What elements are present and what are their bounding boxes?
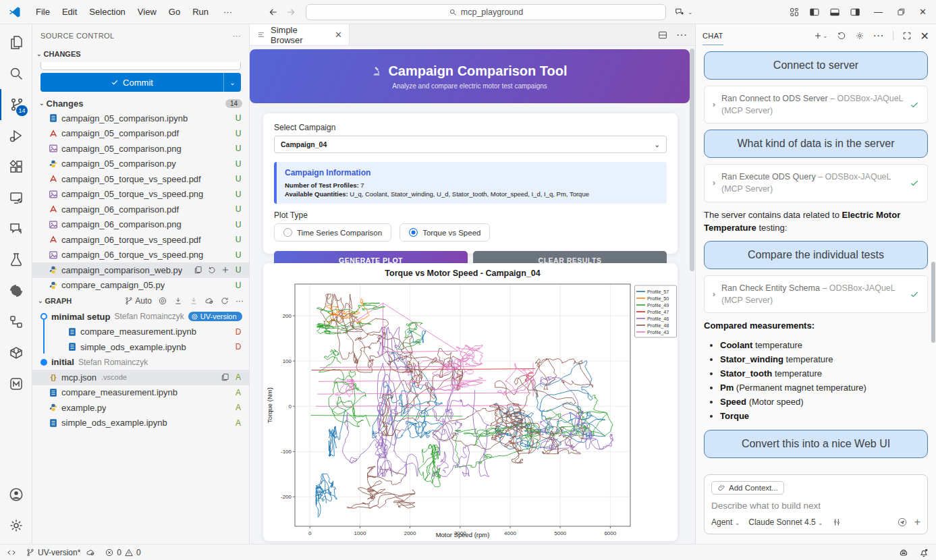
new-chat-icon[interactable]: ⌄ <box>813 31 828 40</box>
graph-more-icon[interactable]: ··· <box>236 296 244 306</box>
toggle-panel-icon[interactable] <box>829 7 840 18</box>
activity-item-container-extension[interactable] <box>0 337 32 368</box>
tool-call-card[interactable]: ›Ran Execute ODS Query – ODSBox-JAQueL (… <box>704 164 928 202</box>
chat-expand-icon[interactable] <box>902 31 912 40</box>
change-row[interactable]: campaign_06_comparison.pngU <box>32 217 249 233</box>
change-row[interactable]: campaign_05_comparison.pyU <box>32 157 249 172</box>
graph-file-row[interactable]: example.pyA <box>32 400 249 416</box>
commit-message-input[interactable] <box>40 62 241 70</box>
menu-view[interactable]: View <box>132 4 163 20</box>
change-row[interactable]: campaign_05_comparison.pngU <box>32 141 249 157</box>
activity-item-run-debug[interactable] <box>0 120 32 151</box>
activity-item-account[interactable] <box>0 479 32 510</box>
target-icon[interactable] <box>158 296 167 306</box>
activity-item-m-extension[interactable] <box>0 368 32 399</box>
problems-status[interactable]: 0 0 <box>105 548 140 557</box>
campaign-select[interactable]: Campaign_04 ⌄ <box>274 136 667 153</box>
commit-row[interactable]: initialStefan Romainczyk <box>32 355 249 370</box>
refresh-icon[interactable] <box>220 296 229 306</box>
agent-mode-picker[interactable]: Agent ⌄ <box>711 517 740 527</box>
change-row[interactable]: campaign_05_comparison.ipynbU <box>32 111 249 126</box>
split-editor-icon[interactable] <box>657 30 668 40</box>
change-row[interactable]: compare_campaign_05.pyU <box>32 278 249 293</box>
radio-torque-vs-speed[interactable]: Torque vs Speed <box>400 223 490 242</box>
activity-item-hierarchy-extension[interactable] <box>0 306 32 337</box>
notifications-bell-icon[interactable] <box>918 547 929 558</box>
change-row[interactable]: campaign_06_torque_vs_speed.pngU <box>32 248 249 263</box>
chat-settings-icon[interactable] <box>855 31 864 40</box>
cloud-push-icon[interactable] <box>204 296 214 306</box>
graph-section-header[interactable]: ⌄GRAPH Auto ··· <box>32 293 249 309</box>
activity-item-explorer[interactable] <box>0 27 32 58</box>
tool-call-card[interactable]: ›Ran Connect to ODS Server – ODSBox-JAQu… <box>704 86 928 123</box>
editor-more-icon[interactable]: ··· <box>676 29 687 41</box>
branch-icon[interactable]: Auto <box>124 296 152 306</box>
copilot-chat-icon[interactable] <box>674 7 685 18</box>
activity-item-source-control[interactable]: 14 <box>0 89 32 120</box>
graph-file-row[interactable]: {}mcp.json.vscodeA <box>32 370 249 385</box>
chat-panel-title[interactable]: CHAT <box>703 26 723 45</box>
branch-tag-badge[interactable]: UV-version <box>188 312 242 321</box>
open-action-icon[interactable] <box>221 372 230 382</box>
activity-item-settings[interactable] <box>0 510 32 541</box>
chat-scrollbar[interactable] <box>931 47 935 473</box>
menu-file[interactable]: File <box>30 4 56 20</box>
tools-icon[interactable] <box>832 517 842 527</box>
model-picker[interactable]: Claude Sonnet 4.5 ⌄ <box>748 517 823 527</box>
change-row[interactable]: campaign_06_comparison.pdfU <box>32 202 249 217</box>
chevron-right-icon[interactable]: › <box>713 100 715 109</box>
customize-layout-icon[interactable] <box>789 7 800 18</box>
commit-row[interactable]: minimal setupStefan RomainczykUV-version <box>32 309 249 325</box>
chevron-right-icon[interactable]: › <box>713 178 715 188</box>
chat-close-icon[interactable]: ✕ <box>920 30 929 43</box>
chat-more-icon[interactable]: ··· <box>873 30 884 42</box>
change-row[interactable]: campaign_05_torque_vs_speed.pdfU <box>32 171 249 187</box>
activity-item-search[interactable] <box>0 58 32 89</box>
fetch-icon[interactable] <box>173 296 183 306</box>
open-action-icon[interactable] <box>194 265 203 275</box>
menu-overflow[interactable]: ··· <box>217 4 238 20</box>
menu-selection[interactable]: Selection <box>83 4 131 20</box>
sidebar-more-icon[interactable]: ··· <box>233 32 241 40</box>
toggle-secondary-sidebar-icon[interactable] <box>850 7 860 18</box>
tab-simple-browser[interactable]: Simple Browser ✕ <box>250 24 350 45</box>
commit-dropdown[interactable]: ⌄ <box>223 73 241 92</box>
chat-history-icon[interactable] <box>837 31 846 40</box>
branch-status[interactable]: UV-version* <box>26 548 95 557</box>
change-row[interactable]: campaign_comparison_web.pyU <box>32 262 249 278</box>
attach-plus-icon[interactable]: + <box>914 516 920 528</box>
toggle-sidebar-icon[interactable] <box>809 7 820 18</box>
add-context-button[interactable]: Add Context... <box>711 481 784 495</box>
restore-button[interactable] <box>896 7 906 17</box>
tab-close-icon[interactable]: ✕ <box>335 30 342 40</box>
close-window-button[interactable]: ✕ <box>915 7 931 17</box>
tool-call-card[interactable]: ›Ran Check Entity Schema – ODSBox-JAQueL… <box>704 275 928 313</box>
radio-time-series-comparison[interactable]: Time Series Comparison <box>274 223 391 242</box>
graph-file-row[interactable]: compare_measurement.ipynbA <box>32 385 249 401</box>
graph-file-row[interactable]: simple_ods_example.ipynbD <box>32 339 249 355</box>
graph-file-row[interactable]: compare_measurement.ipynbD <box>32 325 249 340</box>
commit-button[interactable]: Commit ⌄ <box>40 73 241 92</box>
discard-action-icon[interactable] <box>207 265 217 275</box>
plus-action-icon[interactable] <box>221 265 230 275</box>
menu-edit[interactable]: Edit <box>56 4 83 20</box>
minimize-button[interactable]: — <box>870 7 887 17</box>
nav-back-icon[interactable] <box>268 7 279 18</box>
activity-item-remote-explorer[interactable] <box>0 182 32 213</box>
activity-item-extensions[interactable] <box>0 151 32 182</box>
chat-message-input[interactable] <box>711 501 920 511</box>
changes-tree-header[interactable]: ⌄Changes 14 <box>32 96 249 111</box>
copilot-chevron-icon[interactable]: ⌄ <box>688 9 693 16</box>
command-center-search[interactable]: mcp_playground <box>306 4 666 20</box>
page-scrollbar[interactable] <box>690 46 694 544</box>
menu-go[interactable]: Go <box>163 4 186 20</box>
menu-run[interactable]: Run <box>186 4 215 20</box>
activity-item-chat-extension[interactable] <box>0 213 32 244</box>
change-row[interactable]: campaign_05_torque_vs_speed.pngU <box>32 187 249 202</box>
graph-file-row[interactable]: simple_ods_example.ipynbA <box>32 416 249 431</box>
activity-item-testing[interactable] <box>0 244 32 275</box>
change-row[interactable]: campaign_05_comparison.pdfU <box>32 126 249 142</box>
remote-indicator-icon[interactable] <box>7 548 16 557</box>
change-row[interactable]: campaign_06_torque_vs_speed.pdfU <box>32 232 249 248</box>
chevron-right-icon[interactable]: › <box>713 289 715 299</box>
